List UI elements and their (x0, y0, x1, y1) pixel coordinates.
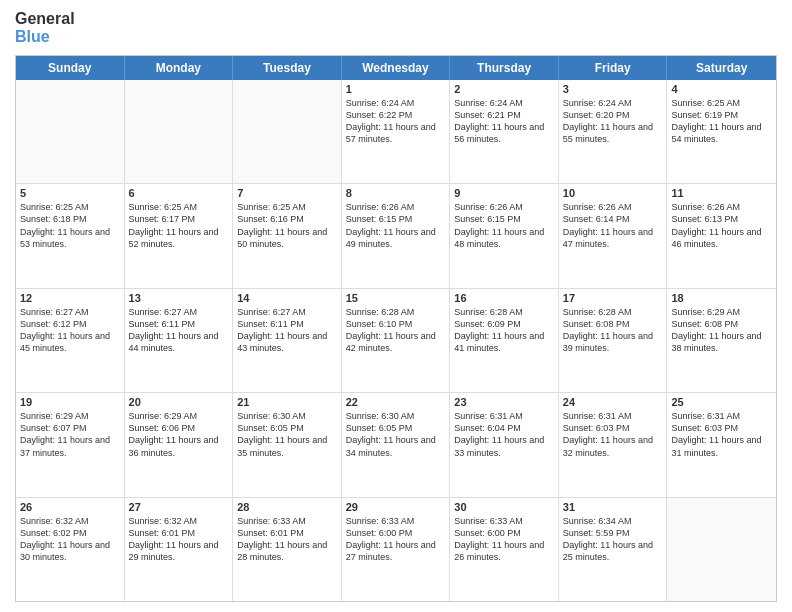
day-info: Sunrise: 6:33 AMSunset: 6:00 PMDaylight:… (454, 515, 554, 564)
day-number: 23 (454, 396, 554, 408)
day-cell-21: 21Sunrise: 6:30 AMSunset: 6:05 PMDayligh… (233, 393, 342, 496)
day-number: 15 (346, 292, 446, 304)
day-cell-19: 19Sunrise: 6:29 AMSunset: 6:07 PMDayligh… (16, 393, 125, 496)
calendar-body: 1Sunrise: 6:24 AMSunset: 6:22 PMDaylight… (16, 80, 776, 601)
day-cell-15: 15Sunrise: 6:28 AMSunset: 6:10 PMDayligh… (342, 289, 451, 392)
day-info: Sunrise: 6:26 AMSunset: 6:13 PMDaylight:… (671, 201, 772, 250)
day-cell-7: 7Sunrise: 6:25 AMSunset: 6:16 PMDaylight… (233, 184, 342, 287)
header-day-sunday: Sunday (16, 56, 125, 80)
day-cell-1: 1Sunrise: 6:24 AMSunset: 6:22 PMDaylight… (342, 80, 451, 183)
logo-blue: Blue (15, 28, 75, 46)
day-number: 30 (454, 501, 554, 513)
day-number: 22 (346, 396, 446, 408)
header-day-monday: Monday (125, 56, 234, 80)
day-cell-4: 4Sunrise: 6:25 AMSunset: 6:19 PMDaylight… (667, 80, 776, 183)
day-info: Sunrise: 6:27 AMSunset: 6:11 PMDaylight:… (129, 306, 229, 355)
header-day-saturday: Saturday (667, 56, 776, 80)
logo-container: General Blue (15, 10, 75, 47)
day-cell-24: 24Sunrise: 6:31 AMSunset: 6:03 PMDayligh… (559, 393, 668, 496)
day-info: Sunrise: 6:26 AMSunset: 6:15 PMDaylight:… (454, 201, 554, 250)
day-number: 17 (563, 292, 663, 304)
day-info: Sunrise: 6:31 AMSunset: 6:03 PMDaylight:… (563, 410, 663, 459)
calendar-row-2: 5Sunrise: 6:25 AMSunset: 6:18 PMDaylight… (16, 183, 776, 287)
day-number: 29 (346, 501, 446, 513)
header-day-friday: Friday (559, 56, 668, 80)
day-number: 14 (237, 292, 337, 304)
day-cell-22: 22Sunrise: 6:30 AMSunset: 6:05 PMDayligh… (342, 393, 451, 496)
day-info: Sunrise: 6:27 AMSunset: 6:11 PMDaylight:… (237, 306, 337, 355)
day-cell-14: 14Sunrise: 6:27 AMSunset: 6:11 PMDayligh… (233, 289, 342, 392)
day-info: Sunrise: 6:33 AMSunset: 6:00 PMDaylight:… (346, 515, 446, 564)
day-number: 13 (129, 292, 229, 304)
day-info: Sunrise: 6:25 AMSunset: 6:19 PMDaylight:… (671, 97, 772, 146)
day-number: 21 (237, 396, 337, 408)
day-number: 25 (671, 396, 772, 408)
day-cell-20: 20Sunrise: 6:29 AMSunset: 6:06 PMDayligh… (125, 393, 234, 496)
day-cell-25: 25Sunrise: 6:31 AMSunset: 6:03 PMDayligh… (667, 393, 776, 496)
calendar-header: SundayMondayTuesdayWednesdayThursdayFrid… (16, 56, 776, 80)
day-number: 6 (129, 187, 229, 199)
day-cell-28: 28Sunrise: 6:33 AMSunset: 6:01 PMDayligh… (233, 498, 342, 601)
day-info: Sunrise: 6:31 AMSunset: 6:04 PMDaylight:… (454, 410, 554, 459)
day-info: Sunrise: 6:25 AMSunset: 6:17 PMDaylight:… (129, 201, 229, 250)
day-cell-10: 10Sunrise: 6:26 AMSunset: 6:14 PMDayligh… (559, 184, 668, 287)
day-info: Sunrise: 6:28 AMSunset: 6:10 PMDaylight:… (346, 306, 446, 355)
empty-cell (233, 80, 342, 183)
day-info: Sunrise: 6:30 AMSunset: 6:05 PMDaylight:… (237, 410, 337, 459)
day-number: 27 (129, 501, 229, 513)
day-info: Sunrise: 6:30 AMSunset: 6:05 PMDaylight:… (346, 410, 446, 459)
day-info: Sunrise: 6:26 AMSunset: 6:15 PMDaylight:… (346, 201, 446, 250)
calendar-row-3: 12Sunrise: 6:27 AMSunset: 6:12 PMDayligh… (16, 288, 776, 392)
day-info: Sunrise: 6:28 AMSunset: 6:08 PMDaylight:… (563, 306, 663, 355)
day-cell-16: 16Sunrise: 6:28 AMSunset: 6:09 PMDayligh… (450, 289, 559, 392)
header: General Blue (15, 10, 777, 47)
day-cell-5: 5Sunrise: 6:25 AMSunset: 6:18 PMDaylight… (16, 184, 125, 287)
day-info: Sunrise: 6:24 AMSunset: 6:20 PMDaylight:… (563, 97, 663, 146)
day-cell-30: 30Sunrise: 6:33 AMSunset: 6:00 PMDayligh… (450, 498, 559, 601)
day-cell-26: 26Sunrise: 6:32 AMSunset: 6:02 PMDayligh… (16, 498, 125, 601)
header-day-tuesday: Tuesday (233, 56, 342, 80)
day-number: 26 (20, 501, 120, 513)
logo: General Blue (15, 10, 75, 47)
day-number: 28 (237, 501, 337, 513)
calendar-row-4: 19Sunrise: 6:29 AMSunset: 6:07 PMDayligh… (16, 392, 776, 496)
day-cell-18: 18Sunrise: 6:29 AMSunset: 6:08 PMDayligh… (667, 289, 776, 392)
day-number: 24 (563, 396, 663, 408)
day-number: 19 (20, 396, 120, 408)
page: General Blue SundayMondayTuesdayWednesda… (0, 0, 792, 612)
day-number: 11 (671, 187, 772, 199)
day-info: Sunrise: 6:29 AMSunset: 6:08 PMDaylight:… (671, 306, 772, 355)
empty-cell (667, 498, 776, 601)
day-number: 2 (454, 83, 554, 95)
day-number: 5 (20, 187, 120, 199)
calendar: SundayMondayTuesdayWednesdayThursdayFrid… (15, 55, 777, 602)
day-cell-29: 29Sunrise: 6:33 AMSunset: 6:00 PMDayligh… (342, 498, 451, 601)
day-cell-17: 17Sunrise: 6:28 AMSunset: 6:08 PMDayligh… (559, 289, 668, 392)
day-info: Sunrise: 6:31 AMSunset: 6:03 PMDaylight:… (671, 410, 772, 459)
day-info: Sunrise: 6:33 AMSunset: 6:01 PMDaylight:… (237, 515, 337, 564)
day-number: 9 (454, 187, 554, 199)
day-info: Sunrise: 6:32 AMSunset: 6:02 PMDaylight:… (20, 515, 120, 564)
empty-cell (16, 80, 125, 183)
day-cell-8: 8Sunrise: 6:26 AMSunset: 6:15 PMDaylight… (342, 184, 451, 287)
header-day-wednesday: Wednesday (342, 56, 451, 80)
day-cell-11: 11Sunrise: 6:26 AMSunset: 6:13 PMDayligh… (667, 184, 776, 287)
day-info: Sunrise: 6:27 AMSunset: 6:12 PMDaylight:… (20, 306, 120, 355)
day-cell-31: 31Sunrise: 6:34 AMSunset: 5:59 PMDayligh… (559, 498, 668, 601)
day-number: 12 (20, 292, 120, 304)
day-number: 18 (671, 292, 772, 304)
day-number: 1 (346, 83, 446, 95)
day-cell-12: 12Sunrise: 6:27 AMSunset: 6:12 PMDayligh… (16, 289, 125, 392)
day-number: 4 (671, 83, 772, 95)
day-number: 20 (129, 396, 229, 408)
day-info: Sunrise: 6:29 AMSunset: 6:06 PMDaylight:… (129, 410, 229, 459)
logo-text: General Blue (15, 10, 75, 47)
day-info: Sunrise: 6:26 AMSunset: 6:14 PMDaylight:… (563, 201, 663, 250)
day-info: Sunrise: 6:25 AMSunset: 6:16 PMDaylight:… (237, 201, 337, 250)
day-number: 31 (563, 501, 663, 513)
day-number: 8 (346, 187, 446, 199)
logo-general: General (15, 10, 75, 28)
day-cell-13: 13Sunrise: 6:27 AMSunset: 6:11 PMDayligh… (125, 289, 234, 392)
day-info: Sunrise: 6:28 AMSunset: 6:09 PMDaylight:… (454, 306, 554, 355)
header-day-thursday: Thursday (450, 56, 559, 80)
